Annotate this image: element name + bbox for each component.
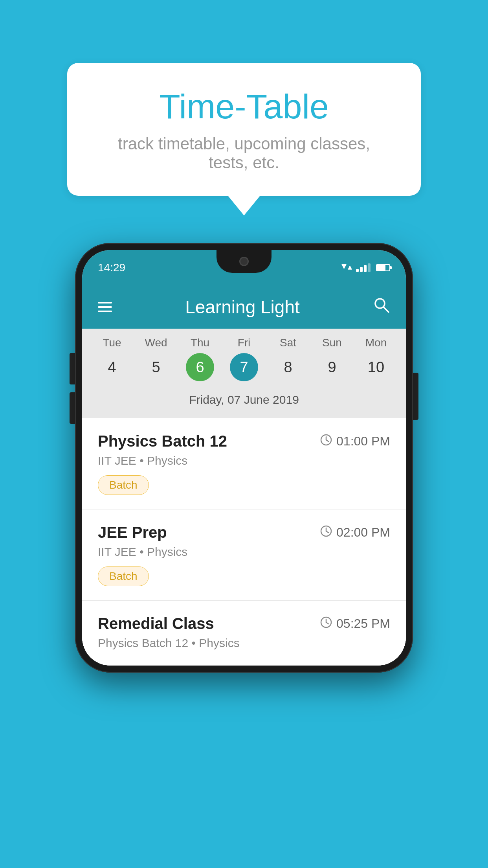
schedule-item-3[interactable]: Remedial Class 05:25 PM (82, 601, 406, 666)
schedule-list: Physics Batch 12 01:00 PM (82, 418, 406, 666)
clock-icon-3 (320, 616, 332, 631)
signal-icon (356, 263, 371, 272)
day-num-sat: 8 (274, 353, 302, 381)
schedule-meta-1: IIT JEE • Physics (98, 454, 390, 467)
clock-icon-2 (320, 525, 332, 540)
schedule-meta-2: IIT JEE • Physics (98, 545, 390, 559)
day-col-wed[interactable]: Wed 5 (136, 337, 176, 381)
wifi-icon: ▾ ▴ (341, 263, 352, 272)
day-col-sat[interactable]: Sat 8 (268, 337, 308, 381)
phone-mockup: 14:29 ▾ ▴ (75, 243, 413, 673)
schedule-time-text-3: 05:25 PM (336, 616, 390, 631)
phone-screen: 14:29 ▾ ▴ (82, 250, 406, 666)
svg-line-4 (326, 440, 328, 441)
calendar-strip: Tue 4 Wed 5 Thu 6 Fri 7 (82, 329, 406, 418)
schedule-time-2: 02:00 PM (320, 525, 390, 540)
battery-icon (376, 264, 390, 271)
day-num-wed: 5 (142, 353, 170, 381)
clock-icon-1 (320, 434, 332, 449)
schedule-item-2[interactable]: JEE Prep 02:00 PM (82, 509, 406, 601)
status-time: 14:29 (98, 261, 125, 274)
notch (216, 250, 272, 273)
day-num-sun: 9 (318, 353, 346, 381)
app-title: Learning Light (185, 296, 300, 318)
day-col-tue[interactable]: Tue 4 (92, 337, 132, 381)
day-label-fri: Fri (238, 337, 251, 349)
day-label-thu: Thu (191, 337, 209, 349)
phone-outer: 14:29 ▾ ▴ (75, 243, 413, 673)
day-num-fri: 7 (230, 353, 258, 381)
day-col-mon[interactable]: Mon 10 (356, 337, 396, 381)
app-header: Learning Light (82, 285, 406, 329)
day-col-fri[interactable]: Fri 7 (224, 337, 264, 381)
day-col-thu[interactable]: Thu 6 (180, 337, 220, 381)
days-row: Tue 4 Wed 5 Thu 6 Fri 7 (82, 337, 406, 381)
day-label-sat: Sat (280, 337, 296, 349)
svg-line-7 (326, 531, 328, 533)
front-camera (239, 257, 249, 266)
menu-button[interactable] (98, 302, 112, 312)
schedule-badge-1: Batch (98, 475, 149, 495)
day-label-wed: Wed (145, 337, 167, 349)
schedule-title-2: JEE Prep (98, 524, 167, 541)
status-icons: ▾ ▴ (341, 263, 390, 272)
schedule-item-3-header: Remedial Class 05:25 PM (98, 615, 390, 633)
day-num-thu: 6 (186, 353, 214, 381)
svg-line-10 (326, 622, 328, 624)
bubble-subtitle: track timetable, upcoming classes, tests… (99, 134, 389, 172)
bubble-title: Time-Table (99, 86, 389, 127)
schedule-time-text-2: 02:00 PM (336, 525, 390, 540)
schedule-meta-3: Physics Batch 12 • Physics (98, 636, 390, 650)
speech-bubble: Time-Table track timetable, upcoming cla… (67, 63, 421, 196)
day-label-tue: Tue (103, 337, 121, 349)
schedule-title-1: Physics Batch 12 (98, 432, 227, 450)
selected-date-label: Friday, 07 June 2019 (82, 387, 406, 414)
day-num-tue: 4 (98, 353, 126, 381)
schedule-time-3: 05:25 PM (320, 616, 390, 631)
schedule-title-3: Remedial Class (98, 615, 214, 633)
schedule-time-1: 01:00 PM (320, 434, 390, 449)
day-label-sun: Sun (322, 337, 342, 349)
search-button[interactable] (373, 296, 390, 318)
day-col-sun[interactable]: Sun 9 (312, 337, 352, 381)
schedule-badge-2: Batch (98, 566, 149, 586)
schedule-time-text-1: 01:00 PM (336, 434, 390, 449)
svg-line-1 (383, 307, 389, 312)
side-button-vol-down (70, 392, 75, 424)
side-button-vol-up (70, 353, 75, 384)
schedule-item-1-header: Physics Batch 12 01:00 PM (98, 432, 390, 450)
day-label-mon: Mon (365, 337, 387, 349)
side-button-power (413, 373, 418, 420)
schedule-item-1[interactable]: Physics Batch 12 01:00 PM (82, 418, 406, 509)
status-bar: 14:29 ▾ ▴ (82, 250, 406, 285)
schedule-item-2-header: JEE Prep 02:00 PM (98, 524, 390, 541)
day-num-mon: 10 (362, 353, 390, 381)
